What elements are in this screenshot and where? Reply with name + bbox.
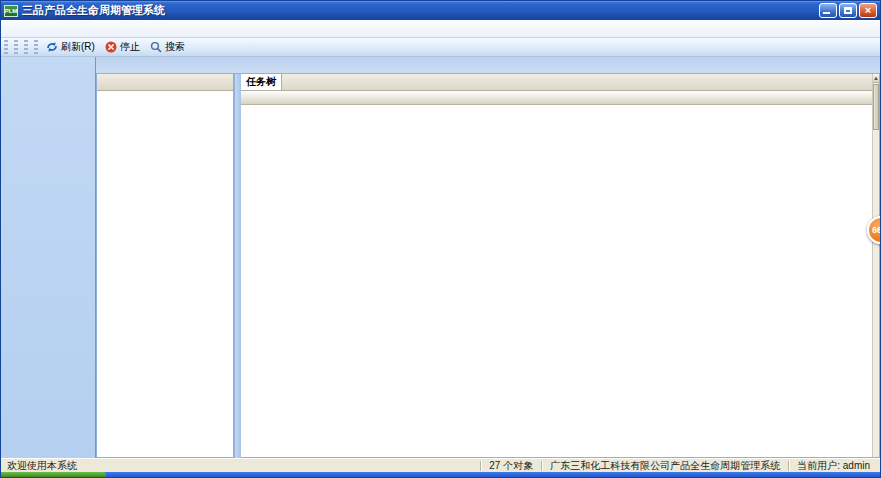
minimize-button[interactable]: [819, 3, 837, 18]
stop-icon: [105, 41, 117, 53]
toolbar: 刷新(R) 停止 搜索: [1, 38, 880, 57]
task-table-body: [241, 105, 879, 457]
menu-bar: [1, 20, 880, 38]
panel-splitter[interactable]: [234, 74, 241, 458]
search-button[interactable]: 搜索: [145, 39, 190, 55]
toolbar-grip[interactable]: [34, 40, 38, 54]
company-text: 广东三和化工科技有限公司产品全生命周期管理系统: [544, 459, 786, 473]
task-panel: 任务树 66 ▲: [241, 74, 880, 458]
search-icon: [150, 41, 162, 53]
welcome-text: 欢迎使用本系统: [1, 459, 83, 473]
task-panel-tabs: 任务树: [241, 74, 879, 91]
toolbar-grip[interactable]: [24, 40, 28, 54]
tree-panel-tabs: [97, 74, 233, 91]
tab-task-tree[interactable]: 任务树: [241, 74, 282, 90]
start-button[interactable]: [1, 472, 106, 477]
main-area: 任务树 66 ▲: [96, 57, 880, 458]
toolbar-grip[interactable]: [14, 40, 18, 54]
app-logo-icon: PLM: [4, 5, 18, 17]
task-table-header: [241, 91, 879, 105]
scrollbar-thumb[interactable]: [873, 84, 879, 130]
window-title: 三品产品全生命周期管理系统: [22, 3, 819, 18]
document-tab-strip: [96, 57, 880, 74]
navigation-sidebar: [1, 57, 96, 458]
refresh-button[interactable]: 刷新(R): [41, 39, 100, 55]
refresh-icon: [46, 41, 58, 53]
stop-button[interactable]: 停止: [100, 39, 145, 55]
object-count: 27 个对象: [483, 459, 539, 473]
current-user: 当前用户: admin: [791, 459, 880, 473]
close-button[interactable]: ×: [859, 3, 877, 18]
status-bar: 欢迎使用本系统 27 个对象 广东三和化工科技有限公司产品全生命周期管理系统 当…: [1, 458, 880, 472]
toolbar-grip[interactable]: [4, 40, 8, 54]
maximize-button[interactable]: [839, 3, 857, 18]
scroll-up-icon[interactable]: ▲: [873, 74, 879, 83]
project-tree-panel: [96, 74, 234, 458]
title-bar[interactable]: PLM 三品产品全生命周期管理系统 ×: [1, 1, 880, 20]
os-taskbar: [1, 472, 880, 477]
vertical-scrollbar[interactable]: ▲: [872, 74, 879, 457]
project-tree: [97, 91, 233, 457]
app-window: PLM 三品产品全生命周期管理系统 × 刷新(R) 停止 搜索: [0, 0, 881, 478]
